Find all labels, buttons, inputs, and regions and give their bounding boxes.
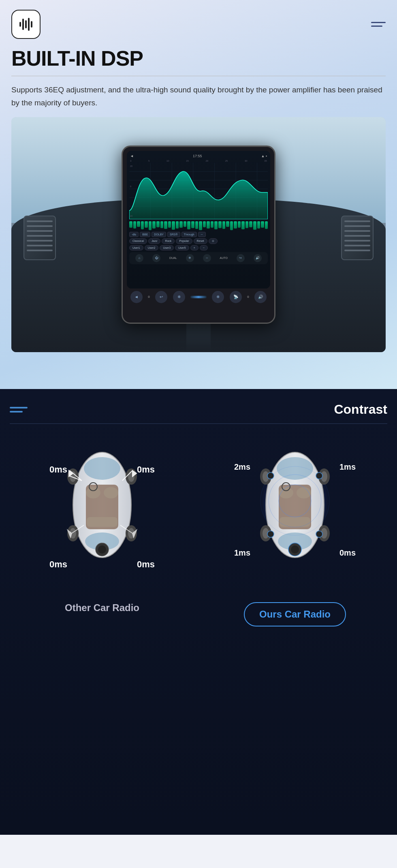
bbe-btn[interactable]: BBE [140,232,150,237]
preset-jazz[interactable]: Jazz [148,238,160,244]
svg-point-54 [316,531,322,537]
preset-rock[interactable]: Rock [162,238,175,244]
hamburger-icon[interactable] [371,22,386,27]
dts-btn[interactable]: ·dts [129,232,139,237]
svg-point-17 [84,457,120,480]
back-btn[interactable]: ◄ [130,154,134,158]
svg-point-53 [267,531,274,537]
svg-rect-4 [31,21,32,28]
svg-point-51 [267,472,274,479]
preset-add[interactable]: + [190,245,198,250]
our-car-view: 2ms 1ms 1ms 0ms [242,440,348,594]
other-car-svg [62,440,143,570]
eq-effect-buttons: ·dts BBE DOLBY SRS® Through ↔ [129,232,268,237]
eq-display: ◄ 17:55 ▲ ▪ 3 5 10 15 20 25 30 35 [127,151,270,289]
svg-rect-0 [19,22,21,27]
contrast-divider [10,423,387,424]
status-icons: ▲ ▪ [261,154,267,158]
svg-rect-41 [280,517,310,527]
device-display: ◄ 17:55 ▲ ▪ 3 5 10 15 20 25 30 35 [11,117,386,352]
contrast-title: Contrast [334,402,387,417]
preset-user5[interactable]: User5 [175,245,189,250]
svg-point-33 [98,545,106,554]
eq-user-presets: User1 User2 User3 User5 + − [129,245,268,250]
eq-presets: Classical Jazz Rock Popular Reset ⊙ [129,238,268,244]
nav-sync[interactable]: ↪ [237,254,245,262]
preset-minus[interactable]: − [200,245,208,250]
ctrl-fan[interactable]: ❄ [173,291,185,303]
srs-btn[interactable]: SRS® [167,232,180,237]
left-vent [23,216,56,260]
preset-popular[interactable]: Popular [176,238,192,244]
ctrl-vol2[interactable]: 🔊 [254,291,267,303]
nav-snow[interactable]: ❄ [186,254,194,262]
car-comparison: 0ms 0ms 0ms 0ms [10,440,387,643]
eq-sliders-row [129,221,268,230]
svg-point-36 [277,457,313,480]
ctrl-back[interactable]: ◄ [130,291,143,303]
preset-reset[interactable]: Reset [194,238,207,244]
description-text: Supports 36EQ adjustment, and the ultra-… [11,83,386,109]
preset-user3[interactable]: User3 [160,245,174,250]
other-car-view: 0ms 0ms 0ms 0ms [53,440,151,594]
svg-rect-1 [22,19,24,30]
svg-point-52 [316,472,322,479]
our-car-column: 2ms 1ms 1ms 0ms [203,440,387,626]
nav-arrows[interactable]: ↔ [203,254,211,262]
sound-icon [16,15,36,34]
eq-status-bar: ◄ 17:55 ▲ ▪ [129,154,268,158]
our-car-radio-button[interactable]: Ours Car Radio [244,602,346,626]
title-divider [11,76,386,76]
preset-user1[interactable]: User1 [129,245,143,250]
ctrl-zero-right: 0 [247,295,249,299]
nav-dual: DUAL [169,257,177,259]
through-btn[interactable]: Through [181,232,197,237]
top-section: BUILT-IN DSP Supports 36EQ adjustment, a… [0,0,397,389]
eq-chart: 20 0 -20 [129,163,268,220]
nav-power[interactable]: ⏻ [152,254,160,262]
our-ms-bottom-left: 1ms [234,548,250,558]
svg-rect-2 [25,20,27,28]
extra-btn[interactable]: ↔ [198,232,206,237]
right-vent [341,216,374,260]
svg-point-20 [86,487,100,498]
preset-user2[interactable]: User2 [145,245,159,250]
nav-auto: AUTO [220,257,228,259]
page-title: BUILT-IN DSP [11,47,386,70]
contrast-icon [10,407,28,413]
ctrl-fan2[interactable]: ❄ [212,291,224,303]
svg-rect-22 [87,517,117,527]
eq-freq-labels: 3 5 10 15 20 25 30 35 [129,160,268,162]
our-ms-top-left: 2ms [234,462,250,472]
bottom-section: Contrast 0ms 0ms 0ms 0ms [0,389,397,835]
contrast-header: Contrast [10,389,387,423]
nav-vol[interactable]: 🔊 [254,254,262,262]
preset-circle[interactable]: ⊙ [209,238,218,244]
dolby-btn[interactable]: DOLBY [152,232,166,237]
eq-bottom-nav: ⌂ ⏻ DUAL ❄ ↔ AUTO ↪ 🔊 [129,252,268,264]
nav-home[interactable]: ⌂ [135,254,143,262]
radio-bottom-controls: ◄ 0 ↩ ❄ ❄ 📡 0 🔊 [127,289,270,306]
clock: 17:55 [193,154,202,158]
our-ms-top-right: 1ms [339,462,356,472]
svg-point-21 [104,487,118,498]
ctrl-zero-left: 0 [148,295,149,299]
preset-classical[interactable]: Classical [129,238,147,244]
our-ms-bottom-right: 0ms [339,548,356,558]
header [11,0,386,47]
other-car-column: 0ms 0ms 0ms 0ms [10,440,194,614]
ctrl-return[interactable]: ↩ [155,291,167,303]
radio-screen: ◄ 17:55 ▲ ▪ 3 5 10 15 20 25 30 35 [127,151,270,289]
svg-rect-3 [28,18,30,31]
svg-point-56 [291,545,299,554]
radio-device: ◄ 17:55 ▲ ▪ 3 5 10 15 20 25 30 35 [122,145,275,324]
ctrl-slider[interactable] [190,296,207,298]
other-car-label: Other Car Radio [65,602,139,614]
logo-box [11,10,41,39]
our-car-svg [254,440,335,570]
ctrl-antenna[interactable]: 📡 [230,291,242,303]
